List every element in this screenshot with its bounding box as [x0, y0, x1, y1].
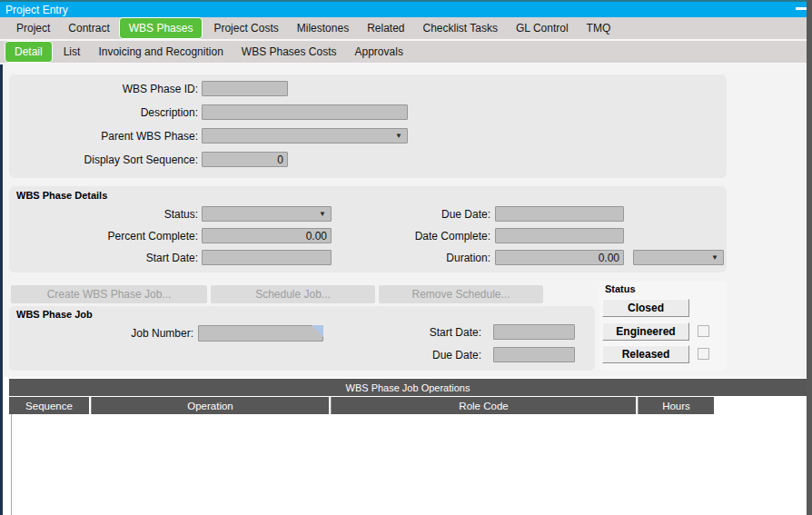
chevron-down-icon: ▼ — [395, 132, 403, 140]
closed-button[interactable]: Closed — [602, 299, 689, 317]
tab-wbs-phases[interactable]: WBS Phases — [119, 17, 203, 39]
job-due-date-input[interactable] — [493, 347, 575, 362]
released-button[interactable]: Released — [602, 345, 689, 363]
parent-wbs-phase-label: Parent WBS Phase: — [9, 128, 198, 144]
tab-contract[interactable]: Contract — [59, 19, 118, 37]
tab-list[interactable]: List — [54, 43, 90, 61]
operations-table-title: WBS Phase Job Operations — [9, 379, 807, 396]
wbs-phase-job-title: WBS Phase Job — [16, 309, 93, 320]
percent-complete-label: Percent Complete: — [9, 228, 198, 244]
job-number-field-wrap — [198, 325, 323, 342]
status-group: Status Closed Engineered Released — [599, 282, 727, 371]
window-title: Project Entry — [5, 4, 68, 16]
engineered-checkbox[interactable] — [698, 325, 709, 337]
wbs-phase-details-title: WBS Phase Details — [16, 190, 107, 201]
engineered-button[interactable]: Engineered — [602, 322, 689, 341]
tab-project[interactable]: Project — [7, 19, 59, 37]
job-start-date-input[interactable] — [493, 324, 575, 340]
column-header-hours[interactable]: Hours — [638, 397, 714, 414]
due-date-label: Due Date: — [309, 206, 490, 223]
date-complete-label: Date Complete: — [309, 228, 490, 244]
tab-checklist-tasks[interactable]: Checklist Tasks — [414, 19, 507, 37]
general-panel: WBS Phase ID: Description: Parent WBS Ph… — [9, 74, 727, 178]
tab-gl-control[interactable]: GL Control — [507, 19, 578, 37]
duration-input[interactable] — [495, 250, 624, 265]
window-left-edge — [0, 64, 3, 515]
job-due-date-label: Due Date: — [336, 347, 481, 363]
description-input[interactable] — [202, 104, 408, 120]
tab-detail[interactable]: Detail — [5, 41, 53, 63]
parent-wbs-phase-select[interactable]: ▼ — [202, 128, 408, 144]
tab-wbs-phases-costs[interactable]: WBS Phases Costs — [233, 43, 346, 61]
duration-unit-select[interactable]: ▼ — [633, 250, 724, 265]
column-header-role-code[interactable]: Role Code — [331, 397, 636, 414]
chevron-down-icon: ▼ — [711, 253, 719, 262]
wbs-phase-job-panel: WBS Phase Job Job Number: Start Date: Du… — [9, 306, 595, 371]
description-label: Description: — [9, 104, 198, 121]
window-right-edge — [807, 0, 812, 515]
tab-related[interactable]: Related — [358, 19, 413, 37]
display-sort-sequence-label: Display Sort Sequence: — [9, 152, 198, 168]
minimize-icon[interactable] — [796, 7, 807, 10]
due-date-input[interactable] — [495, 206, 624, 222]
schedule-job-button[interactable]: Schedule Job... — [211, 285, 375, 303]
released-checkbox[interactable] — [698, 348, 709, 360]
column-header-sequence[interactable]: Sequence — [9, 397, 89, 414]
column-header-operation[interactable]: Operation — [91, 397, 329, 414]
job-number-label: Job Number: — [9, 325, 193, 342]
job-start-date-label: Start Date: — [336, 324, 481, 341]
tab-approvals[interactable]: Approvals — [346, 43, 412, 61]
secondary-tab-bar: Detail List Invoicing and Recognition WB… — [0, 41, 812, 64]
create-wbs-phase-job-button[interactable]: Create WBS Phase Job... — [11, 285, 207, 303]
window-titlebar: Project Entry — [0, 0, 812, 17]
status-group-title: Status — [605, 283, 636, 294]
wbs-phase-id-label: WBS Phase ID: — [9, 81, 198, 97]
start-date-label: Start Date: — [9, 250, 198, 266]
smart-field-corner-icon — [312, 325, 323, 337]
tab-tmq[interactable]: TMQ — [578, 19, 620, 37]
remove-schedule-button[interactable]: Remove Schedule... — [379, 285, 543, 303]
tab-milestones[interactable]: Milestones — [288, 19, 358, 37]
tab-invoicing-and-recognition[interactable]: Invoicing and Recognition — [89, 43, 232, 61]
tab-project-costs[interactable]: Project Costs — [204, 19, 287, 37]
date-complete-input[interactable] — [495, 228, 624, 243]
job-number-input[interactable] — [198, 325, 323, 342]
wbs-phase-details-panel: WBS Phase Details Status: ▼ Percent Comp… — [9, 186, 727, 272]
status-label: Status: — [9, 206, 198, 223]
wbs-phase-id-input[interactable] — [202, 81, 288, 96]
duration-label: Duration: — [309, 250, 490, 266]
display-sort-sequence-input[interactable] — [202, 152, 288, 167]
table-left-border — [11, 414, 12, 515]
primary-tab-bar: Project Contract WBS Phases Project Cost… — [0, 17, 812, 41]
